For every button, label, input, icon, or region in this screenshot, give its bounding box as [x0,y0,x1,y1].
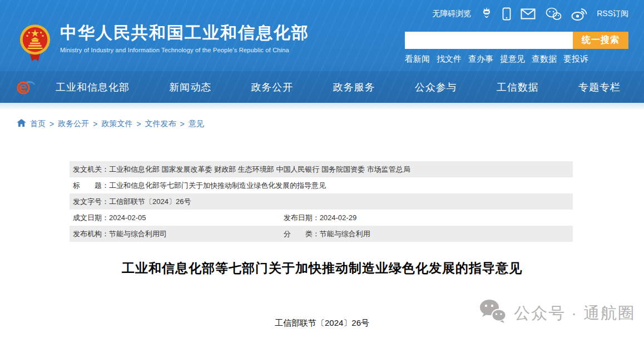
breadcrumb-policy-files[interactable]: 政策文件 [101,119,132,129]
nav-item-topics[interactable]: 专题专栏 [578,81,621,94]
meta-value: 2024-02-05 [109,213,146,222]
nav-item-gov-services[interactable]: 政务服务 [333,81,375,94]
meta-value: 2024-02-29 [320,213,357,222]
site-logo: 中华人民共和国工业和信息化部 Ministry of Industry and … [19,23,309,66]
meta-cell-publisher: 发布机构：节能与综合利用司 [73,226,281,242]
nav-item-miit[interactable]: 工业和信息化部 [56,81,130,94]
meta-label: 发文机关： [73,165,109,173]
nav-items: 工业和信息化部 新闻动态 政务公开 政务服务 公众参与 工信数据 专题专栏 [56,71,621,103]
quick-link-complaint[interactable]: 要投诉 [563,54,588,64]
meta-cell-category: 分 类：节能与综合利用 [284,230,370,238]
rss-link[interactable]: RSS订阅 [597,9,628,19]
miit-document-page: 无障碍浏览 [0,0,644,338]
accessibility-link[interactable]: 无障碍浏览 [432,9,471,19]
mobile-icon[interactable] [502,7,511,21]
breadcrumb-separator: > [180,120,185,128]
quick-link-news[interactable]: 看新闻 [405,54,430,64]
quick-link-suggest[interactable]: 提意见 [500,54,525,64]
wechat-icon[interactable] [545,7,562,21]
meta-row-doc-number: 发文字号：工信部联节〔2024〕26号 [70,193,573,210]
meta-row-title: 标 题：工业和信息化部等七部门关于加快推动制造业绿色化发展的指导意见 [70,177,573,193]
meta-label: 分 类： [284,230,320,238]
nav-item-gov-info[interactable]: 政务公开 [251,81,293,94]
meta-row-publisher: 发布机构：节能与综合利用司 分 类：节能与综合利用 [70,226,573,242]
meta-label: 标 题： [73,181,109,190]
site-title-en: Ministry of Industry and Information Tec… [60,47,309,53]
meta-row-issuing-organ: 发文机关：工业和信息化部 国家发展改革委 财政部 生态环境部 中国人民银行 国务… [70,161,573,177]
breadcrumb-opinions[interactable]: 意见 [189,119,204,129]
meta-value: 工业和信息化部 国家发展改革委 财政部 生态环境部 中国人民银行 国务院国资委 … [109,165,410,173]
search-input[interactable] [405,32,573,49]
breadcrumb: 首页 > 政务公开 > 政策文件 > 文件发布 > 意见 [17,119,204,129]
meta-cell-written-date: 成文日期：2024-02-05 [73,210,281,226]
unified-search-button[interactable]: 统一搜索 [573,32,628,49]
document-meta-table: 发文机关：工业和信息化部 国家发展改革委 财政部 生态环境部 中国人民银行 国务… [70,161,573,242]
breadcrumb-gov-info[interactable]: 政务公开 [58,119,89,129]
nav-item-data[interactable]: 工信数据 [497,81,539,94]
site-title-block: 中华人民共和国工业和信息化部 Ministry of Industry and … [60,23,309,53]
meta-label: 成文日期： [73,213,109,222]
article-title: 工业和信息化部等七部门关于加快推动制造业绿色化发展的指导意见 [0,260,644,277]
wechat-watermark-icon [478,299,507,328]
breadcrumb-separator: > [136,120,141,128]
weibo-icon[interactable] [571,7,587,21]
meta-label: 发文字号： [73,197,109,206]
gear-e-logo-icon [14,78,38,98]
header-divider [0,103,644,110]
meta-value: 节能与综合利用司 [109,230,167,238]
utility-bar: 无障碍浏览 [432,7,628,21]
watermark-text: 公众号 · 通航圈 [514,302,635,325]
quick-link-data[interactable]: 查数据 [532,54,557,64]
nav-item-news[interactable]: 新闻动态 [169,81,211,94]
meta-value: 工业和信息化部等七部门关于加快推动制造业绿色化发展的指导意见 [109,181,326,190]
breadcrumb-file-release[interactable]: 文件发布 [145,119,176,129]
quick-link-services[interactable]: 查办事 [468,54,493,64]
main-nav: 工业和信息化部 新闻动态 政务公开 政务服务 公众参与 工信数据 专题专栏 [0,71,644,103]
national-emblem [19,23,51,66]
site-header: 无障碍浏览 [0,0,644,103]
meta-value: 节能与综合利用 [320,230,370,238]
home-icon[interactable] [17,119,26,129]
search-area: 统一搜索 看新闻 找文件 查办事 提意见 查数据 要投诉 [405,32,628,64]
site-title: 中华人民共和国工业和信息化部 [60,23,309,43]
meta-cell-publish-date: 发布日期：2024-02-29 [284,213,357,222]
mascot-icon[interactable] [480,7,493,21]
meta-label: 发布机构： [73,230,109,238]
quick-links: 看新闻 找文件 查办事 提意见 查数据 要投诉 [405,54,628,64]
meta-row-dates: 成文日期：2024-02-05 发布日期：2024-02-29 [70,210,573,226]
watermark: 公众号 · 通航圈 [478,299,635,328]
meta-label: 发布日期： [284,213,320,222]
breadcrumb-separator: > [93,120,97,128]
breadcrumb-separator: > [49,120,54,128]
quick-link-files[interactable]: 找文件 [437,54,462,64]
mail-icon[interactable] [521,8,536,19]
nav-item-participation[interactable]: 公众参与 [415,81,457,94]
meta-value: 工信部联节〔2024〕26号 [109,197,191,206]
breadcrumb-home[interactable]: 首页 [30,119,46,129]
